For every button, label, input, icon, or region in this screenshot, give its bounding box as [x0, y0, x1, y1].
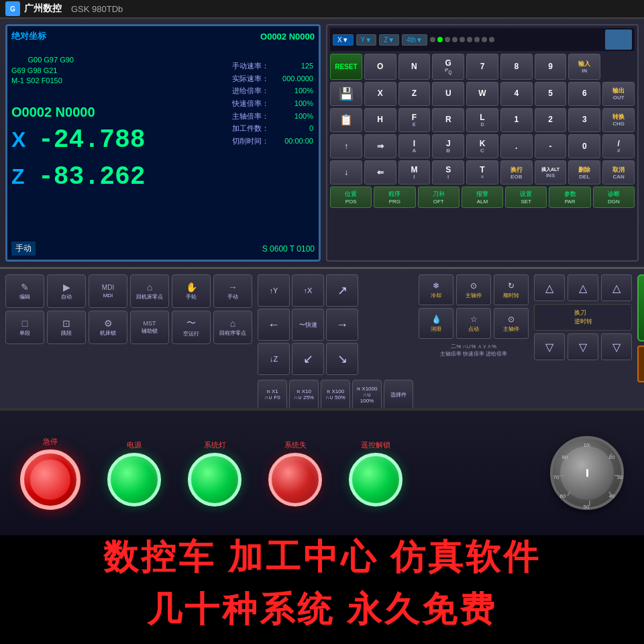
- key-g[interactable]: GPQ: [432, 54, 464, 80]
- btn-x1000[interactable]: π X1000∩∪ 100%: [352, 380, 382, 409]
- btn-cycle-start[interactable]: ▶ 循环启动: [637, 274, 644, 341]
- btn-power[interactable]: [107, 453, 161, 506]
- btn-handwheel[interactable]: ✋ 手轮: [172, 274, 211, 308]
- key-7[interactable]: 7: [466, 54, 498, 80]
- axis-4th[interactable]: 4th▼: [402, 34, 427, 46]
- key-9[interactable]: 9: [535, 54, 567, 80]
- btn-skip[interactable]: ⊡ 跳段: [47, 311, 86, 344]
- jog-left[interactable]: ←: [258, 309, 290, 341]
- key-o[interactable]: O: [364, 54, 396, 80]
- btn-spindle-stop2[interactable]: ⊙ 主轴停: [494, 308, 529, 339]
- btn-coolant[interactable]: ❄ 冷却: [419, 274, 453, 305]
- btn-remote[interactable]: [349, 453, 402, 506]
- key-eob[interactable]: 换行EOB: [500, 160, 533, 184]
- func-dgn[interactable]: 诊断DGN: [593, 186, 635, 208]
- key-4[interactable]: 4: [500, 82, 533, 106]
- btn-spindle-cw[interactable]: ↻ 顺时转: [494, 274, 529, 305]
- rotary-knob[interactable]: 10 20 30 40 50 60 70 80: [550, 436, 624, 510]
- key-0[interactable]: 0: [568, 134, 600, 158]
- key-t[interactable]: T=: [466, 160, 498, 184]
- key-h[interactable]: H: [364, 108, 396, 132]
- btn-edit[interactable]: ✎ 编辑: [5, 274, 44, 308]
- btn-jog[interactable]: ☆ 点动: [456, 308, 491, 339]
- btn-sysfail[interactable]: [268, 453, 322, 506]
- key-hash[interactable]: /#: [602, 134, 635, 158]
- btn-mlock[interactable]: ⚙ 机床锁: [89, 311, 127, 344]
- jog-downright[interactable]: ↘: [326, 343, 358, 375]
- btn-override-up2[interactable]: △: [568, 274, 598, 301]
- btn-feed-hold[interactable]: ⏸ 进给保持: [637, 345, 644, 382]
- key-x[interactable]: X: [364, 82, 396, 106]
- key-l[interactable]: LD: [466, 108, 498, 132]
- jog-downleft[interactable]: ↓Z: [258, 343, 290, 375]
- jog-up[interactable]: ↑X: [292, 274, 324, 307]
- func-oft[interactable]: 刀补OFT: [418, 186, 460, 208]
- key-ins[interactable]: 插入ALTINS: [535, 160, 567, 184]
- key-s[interactable]: SI: [432, 160, 464, 184]
- axis-x[interactable]: X▼: [333, 34, 354, 46]
- btn-override-up1[interactable]: △: [534, 274, 565, 301]
- key-1[interactable]: 1: [500, 108, 533, 132]
- btn-x10[interactable]: π X10∩∪ 25%: [289, 380, 319, 409]
- btn-override-down3[interactable]: ▽: [601, 333, 632, 360]
- func-set[interactable]: 设置SET: [505, 186, 547, 208]
- key-del[interactable]: 删除DEL: [568, 160, 600, 184]
- btn-mdi[interactable]: MDI MDI: [89, 274, 127, 308]
- btn-dryrun[interactable]: 〜 空运行: [172, 311, 211, 344]
- btn-override-up3[interactable]: △: [601, 274, 632, 301]
- func-par[interactable]: 参数PAR: [549, 186, 590, 208]
- btn-prog-home[interactable]: ⌂ 回程序零点: [213, 311, 252, 344]
- jog-down[interactable]: ↙: [292, 343, 324, 375]
- btn-auxlock[interactable]: MST 辅助锁: [130, 311, 169, 344]
- btn-manual[interactable]: → 手动: [213, 274, 252, 308]
- btn-select[interactable]: 选择件: [384, 380, 413, 409]
- axis-z[interactable]: Z▼: [379, 34, 399, 46]
- btn-lube[interactable]: 💧 润滑: [419, 308, 453, 339]
- btn-estop[interactable]: [20, 449, 80, 510]
- key-6[interactable]: 6: [568, 82, 600, 106]
- btn-x1[interactable]: π X1∩∪ F0: [258, 380, 287, 409]
- key-up-arrow[interactable]: ↑: [330, 134, 362, 158]
- key-doc[interactable]: 📋: [330, 108, 362, 132]
- tool-change-btn[interactable]: 换刀逆时转: [534, 304, 632, 331]
- key-left-arrow[interactable]: ⇐: [364, 160, 396, 184]
- jog-right[interactable]: →: [326, 309, 358, 341]
- key-k[interactable]: KC: [466, 134, 498, 158]
- jog-upright[interactable]: ↗: [326, 274, 358, 307]
- axis-y[interactable]: Y▼: [356, 34, 377, 46]
- func-alm[interactable]: 报警ALM: [462, 186, 503, 208]
- btn-single[interactable]: □ 单段: [5, 311, 44, 344]
- key-u[interactable]: U: [432, 82, 464, 106]
- key-j[interactable]: JB: [432, 134, 464, 158]
- key-3[interactable]: 3: [568, 108, 600, 132]
- key-change[interactable]: 转换CHG: [602, 108, 635, 132]
- key-output[interactable]: 输出OUT: [602, 82, 635, 106]
- key-f[interactable]: FE: [398, 108, 431, 132]
- btn-home[interactable]: ⌂ 回机床零点: [130, 274, 169, 308]
- key-w[interactable]: W: [466, 82, 498, 106]
- key-save[interactable]: 💾: [330, 82, 362, 106]
- key-2[interactable]: 2: [535, 108, 567, 132]
- jog-fast[interactable]: 〜快速: [292, 309, 324, 341]
- btn-spindle-stop[interactable]: ⊙ 主轴停: [456, 274, 491, 305]
- btn-x100[interactable]: π X100∩∪ 50%: [321, 380, 350, 409]
- func-prg[interactable]: 程序PRG: [374, 186, 415, 208]
- key-down-arrow[interactable]: ↓: [330, 160, 362, 184]
- key-m[interactable]: MI: [398, 160, 431, 184]
- func-pos[interactable]: 位置POS: [330, 186, 372, 208]
- key-z[interactable]: Z: [398, 82, 431, 106]
- key-input[interactable]: 输入IN: [568, 54, 600, 80]
- key-8[interactable]: 8: [500, 54, 533, 80]
- key-n[interactable]: N: [398, 54, 431, 80]
- key-5[interactable]: 5: [535, 82, 567, 106]
- key-can[interactable]: 取消CAN: [602, 160, 635, 184]
- key-reset[interactable]: RESET: [330, 54, 362, 80]
- btn-syslight[interactable]: [188, 453, 241, 506]
- btn-override-down2[interactable]: ▽: [568, 333, 598, 360]
- btn-auto[interactable]: ▶ 自动: [47, 274, 86, 308]
- jog-upleft[interactable]: ↑Y: [258, 274, 290, 307]
- key-minus[interactable]: -: [535, 134, 567, 158]
- key-dot[interactable]: .: [500, 134, 533, 158]
- key-i[interactable]: IA: [398, 134, 431, 158]
- key-r[interactable]: R: [432, 108, 464, 132]
